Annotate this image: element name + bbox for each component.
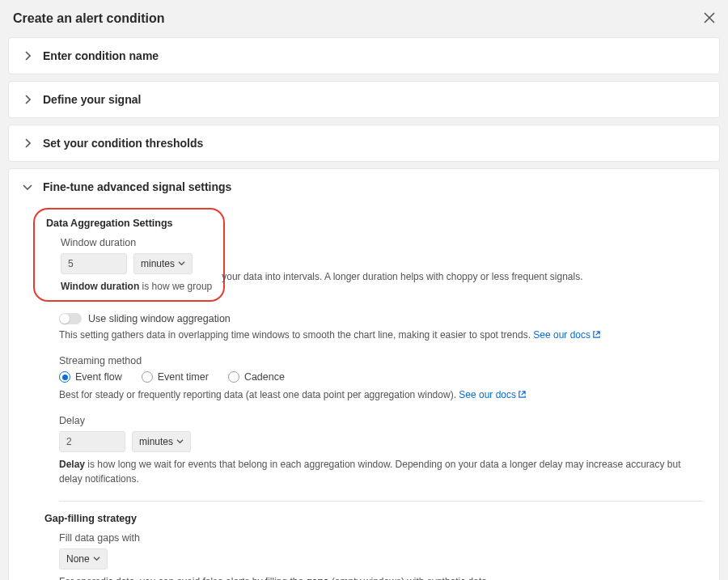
section-enter-name[interactable]: Enter condition name — [8, 37, 720, 74]
chevron-down-icon — [93, 553, 100, 565]
section-title: Set your condition thresholds — [43, 137, 203, 150]
chevron-right-icon — [22, 51, 33, 61]
section-thresholds[interactable]: Set your condition thresholds — [8, 125, 720, 162]
window-duration-label: Window duration — [61, 237, 212, 248]
window-duration-desc: Window duration is how we group — [61, 279, 212, 294]
fill-data-gaps-label: Fill data gaps with — [59, 532, 703, 544]
close-button[interactable] — [704, 12, 715, 26]
dialog-header: Create an alert condition — [0, 0, 728, 34]
select-value: minutes — [139, 436, 173, 447]
delay-desc: Delay is how long we wait for events tha… — [59, 457, 703, 486]
radio-icon — [142, 371, 153, 383]
streaming-method-radios: Event flow Event timer Cadence — [59, 371, 703, 383]
see-our-docs-link[interactable]: See our docs — [533, 329, 601, 341]
external-link-icon — [516, 389, 527, 400]
window-duration-input[interactable] — [61, 253, 127, 274]
dialog-title: Create an alert condition — [13, 11, 165, 26]
radio-icon — [228, 371, 239, 383]
chevron-right-icon — [22, 95, 33, 104]
sliding-window-desc: This setting gathers data in overlapping… — [59, 328, 703, 342]
divider — [59, 501, 703, 502]
chevron-down-icon — [176, 436, 184, 447]
external-link-icon — [590, 329, 601, 341]
streaming-desc: Best for steady or frequently reporting … — [59, 387, 703, 402]
select-value: None — [66, 553, 90, 565]
window-duration-unit-select[interactable]: minutes — [133, 253, 193, 274]
section-fine-tune: Fine-tune advanced signal settings Data … — [8, 168, 720, 580]
create-alert-dialog: Create an alert condition Enter conditio… — [0, 0, 728, 580]
delay-label: Delay — [59, 415, 703, 426]
radio-cadence[interactable]: Cadence — [228, 371, 285, 383]
gap-filling-heading: Gap-filling strategy — [44, 513, 703, 524]
section-title: Define your signal — [43, 93, 141, 106]
radio-event-flow[interactable]: Event flow — [59, 371, 122, 383]
delay-input[interactable] — [59, 431, 125, 452]
fine-tune-body: Data Aggregation Settings Window duratio… — [9, 205, 719, 580]
data-aggregation-heading: Data Aggregation Settings — [46, 218, 212, 229]
highlight-annotation: Data Aggregation Settings Window duratio… — [33, 208, 225, 302]
section-title: Enter condition name — [43, 49, 159, 62]
sliding-window-toggle[interactable] — [59, 313, 82, 324]
section-fine-tune-header[interactable]: Fine-tune advanced signal settings — [9, 169, 719, 205]
select-value: minutes — [141, 258, 175, 269]
radio-icon — [59, 371, 70, 383]
section-title: Fine-tune advanced signal settings — [43, 180, 231, 193]
window-duration-desc-rest: your data into intervals. A longer durat… — [222, 271, 582, 282]
chevron-down-icon — [22, 184, 33, 190]
see-our-docs-link[interactable]: See our docs — [459, 389, 527, 400]
streaming-method-label: Streaming method — [59, 355, 703, 366]
radio-event-timer[interactable]: Event timer — [142, 371, 209, 383]
gap-desc: For sporadic data, you can avoid false a… — [59, 574, 703, 580]
chevron-down-icon — [178, 258, 185, 269]
chevron-right-icon — [22, 138, 33, 148]
delay-unit-select[interactable]: minutes — [132, 431, 191, 452]
fill-data-gaps-select[interactable]: None — [59, 548, 108, 569]
sliding-window-label: Use sliding window aggregation — [88, 313, 231, 324]
section-define-signal[interactable]: Define your signal — [8, 81, 720, 118]
close-icon — [704, 14, 715, 26]
